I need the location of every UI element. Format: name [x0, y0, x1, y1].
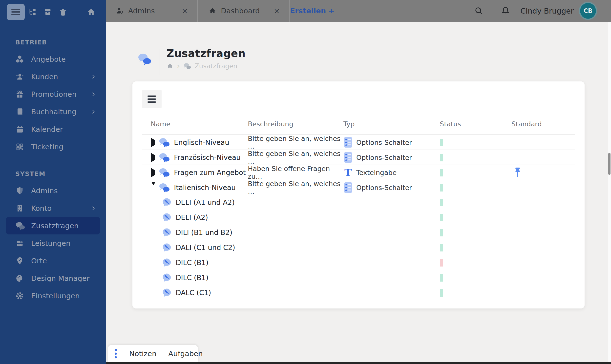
menu-icon[interactable]: [7, 4, 25, 20]
table-row[interactable]: DALI (C1 und C2): [142, 240, 575, 255]
sidebar-item-label: Kunden: [31, 73, 58, 81]
aufgaben-button[interactable]: Aufgaben: [168, 349, 203, 358]
table-row[interactable]: Fragen zum Angebot Haben Sie offene Frag…: [142, 165, 575, 180]
sidebar-item-zusatzfragen[interactable]: Zusatzfragen: [6, 217, 100, 234]
tree-icon[interactable]: [25, 8, 40, 16]
table-row[interactable]: DALC (C1): [142, 285, 575, 300]
calendar-icon: [15, 125, 24, 134]
page-title: Zusatzfragen: [167, 47, 246, 59]
chevron-right-icon: [90, 91, 97, 97]
avatar[interactable]: CB: [580, 3, 596, 19]
scrollbar-thumb[interactable]: [608, 153, 611, 175]
pencil-bubble-icon: [162, 243, 172, 252]
chat-bubbles-icon: [183, 63, 191, 70]
table-menu-icon[interactable]: [142, 90, 162, 108]
sidebar-item-einstellungen[interactable]: Einstellungen: [6, 287, 100, 305]
options-list-icon: [343, 152, 353, 163]
sidebar-item-label: Design Manager: [31, 274, 89, 283]
table-row[interactable]: DILC (B1): [142, 270, 575, 285]
section-label: BETRIEB: [15, 39, 106, 46]
caret-right-icon[interactable]: [151, 140, 156, 145]
sidebar-item-leistungen[interactable]: Leistungen: [6, 234, 100, 252]
sidebar-item-label: Konto: [31, 204, 52, 212]
table-row[interactable]: DELI (A1 und A2): [142, 195, 575, 210]
gift-icon: [15, 90, 24, 99]
section-label: SYSTEM: [15, 170, 106, 177]
trash-icon[interactable]: [55, 8, 71, 16]
topbar-right: Cindy Brugger CB: [474, 0, 596, 22]
gear-icon: [15, 291, 24, 300]
row-name: DALC (C1): [176, 289, 211, 297]
row-description: Bitte geben Sie an, welches …: [248, 135, 343, 150]
tab-label: Dashboard: [221, 7, 260, 15]
table-row[interactable]: Englisch-Niveau Bitte geben Sie an, welc…: [142, 135, 575, 150]
sidebar-item-kalender[interactable]: Kalender: [6, 120, 100, 138]
sidebar-item-label: Kalender: [31, 125, 63, 134]
close-icon[interactable]: ×: [182, 7, 188, 15]
tab-dashboard[interactable]: Dashboard ×: [198, 0, 290, 22]
tab-label: Admins: [128, 7, 155, 15]
sidebar-item-ticketing[interactable]: Ticketing: [6, 138, 100, 155]
sidebar-item-label: Orte: [31, 257, 47, 265]
notizen-button[interactable]: Notizen: [129, 349, 156, 358]
chat-bubbles-icon: [15, 221, 24, 230]
sidebar-item-design-manager[interactable]: Design Manager: [6, 269, 100, 287]
pencil-bubble-icon: [162, 288, 172, 298]
row-name: Fragen zum Angebot: [174, 169, 246, 177]
services-icon: [15, 239, 24, 248]
sidebar-item-promotionen[interactable]: Promotionen: [6, 85, 100, 103]
row-name: DELI (A1 und A2): [176, 198, 235, 207]
home-icon[interactable]: [84, 8, 99, 17]
home-icon[interactable]: [167, 63, 173, 70]
row-type: Options-Schalter: [356, 154, 412, 161]
sidebar-item-buchhaltung[interactable]: Buchhaltung: [6, 103, 100, 120]
pushpin-icon: [514, 167, 521, 178]
row-description: Bitte geben Sie an, welches …: [248, 180, 343, 195]
user-name: Cindy Brugger: [521, 7, 574, 15]
breadcrumb-separator: ›: [177, 62, 180, 70]
text-input-icon: T: [343, 168, 353, 177]
pencil-bubble-icon: [162, 258, 172, 268]
table-row[interactable]: Italienisch-Niveau Bitte geben Sie an, w…: [142, 180, 575, 195]
sidebar-item-label: Ticketing: [31, 143, 63, 151]
tab-admins[interactable]: Admins ×: [106, 0, 198, 22]
column-header-beschreibung: Beschreibung: [248, 120, 343, 128]
options-list-icon: [343, 137, 353, 148]
scrollbar-track[interactable]: [608, 22, 611, 362]
questions-table: Name Beschreibung Typ Status Standard En…: [142, 113, 575, 300]
sidebar-item-label: Promotionen: [31, 90, 77, 98]
sidebar-item-kunden[interactable]: Kunden: [6, 68, 100, 85]
sidebar-item-label: Einstellungen: [31, 292, 80, 300]
sidebar-item-angebote[interactable]: Angebote: [6, 50, 100, 68]
table-row[interactable]: DELI (A2): [142, 210, 575, 225]
column-header-standard: Standard: [511, 120, 575, 128]
archive-icon[interactable]: [40, 8, 55, 16]
chevron-right-icon: [90, 109, 97, 115]
cubes-icon: [15, 55, 24, 64]
caret-right-icon[interactable]: [151, 155, 156, 160]
row-type: Options-Schalter: [356, 184, 412, 192]
close-icon[interactable]: ×: [274, 7, 280, 15]
tab-erstellen[interactable]: Erstellen +: [290, 0, 335, 22]
column-header-name: Name: [142, 120, 248, 128]
search-icon[interactable]: [474, 6, 484, 16]
row-name: Italienisch-Niveau: [174, 184, 236, 192]
sidebar-item-konto[interactable]: Konto: [6, 199, 100, 217]
vertical-dots-icon[interactable]: [114, 348, 117, 359]
breadcrumb: › Zusatzfragen: [167, 62, 246, 70]
row-name: DILC (B1): [176, 274, 209, 282]
column-header-typ: Typ: [343, 120, 440, 128]
row-name: Englisch-Niveau: [174, 138, 229, 147]
table-row[interactable]: Französisch-Niveau Bitte geben Sie an, w…: [142, 150, 575, 165]
caret-right-icon[interactable]: [151, 170, 156, 175]
caret-down-icon[interactable]: [151, 185, 156, 190]
pencil-bubble-icon: [162, 212, 172, 222]
sidebar-item-admins[interactable]: Admins: [6, 182, 100, 199]
book-icon: [15, 107, 24, 116]
row-description: Bitte geben Sie an, welches …: [248, 150, 343, 165]
sidebar-item-orte[interactable]: Orte: [6, 252, 100, 269]
bell-icon[interactable]: [501, 6, 510, 16]
table-row[interactable]: DILI (B1 und B2): [142, 225, 575, 240]
window-bottom-edge: [106, 362, 611, 364]
table-row[interactable]: DILC (B1): [142, 255, 575, 270]
